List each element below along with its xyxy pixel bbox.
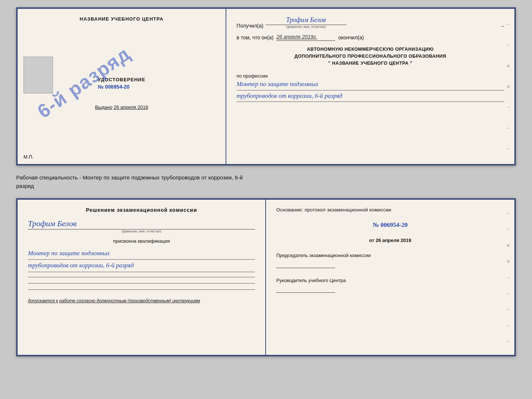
bottom-doc-card: Решением экзаменационной комиссии Трофим… [16,198,516,356]
org-line1: АВТОНОМНУЮ НЕКОММЕРЧЕСКУЮ ОРГАНИЗАЦИЮ [237,46,504,53]
bottom-fio-block: Трофим Белов (фамилия, имя, отчество) [28,217,255,233]
bottom-right-panel: Основание: протокол экзаменационной коми… [266,200,514,355]
dopuskaetsya-label: допускается к [28,298,58,303]
prisvoena-label: присвоена квалификация [28,238,255,244]
diploma-right-panel: Получил(а) Трофим Белов (фамилия, имя, о… [226,9,514,164]
osnovaniye-block: Основание: протокол экзаменационной коми… [276,207,504,213]
mp-block: М.П. [24,154,33,160]
predsedatel-title: Председатель экзаменационной комиссии [276,252,504,259]
diploma-org-title: НАЗВАНИЕ УЧЕБНОГО ЦЕНТРА [80,16,163,22]
vydano-block: Выдано 26 апреля 2019 [95,104,148,110]
poluchil-name: Трофим Белов [266,16,346,25]
diploma-card: НАЗВАНИЕ УЧЕБНОГО ЦЕНТРА 6-й разряд УДОС… [16,7,516,165]
right-side-marks-bottom: – – и а ← – – – – [507,200,511,355]
udostoverenie-num: № 006954-20 [98,84,145,90]
fio-label-diploma: (фамилия, имя, отчество) [286,25,326,29]
poluchil-name-block: Трофим Белов (фамилия, имя, отчество) [266,16,346,29]
between-text: Рабочая специальность - Монтер по защите… [16,171,516,192]
certificate-container: НАЗВАНИЕ УЧЕБНОГО ЦЕНТРА 6-й разряд УДОС… [16,7,516,356]
udostoverenie-title: УДОСТОВЕРЕНИЕ [98,77,145,82]
vtom-date: 26 апреля 2019г. [276,34,335,41]
diploma-left-panel: НАЗВАНИЕ УЧЕБНОГО ЦЕНТРА 6-й разряд УДОС… [18,9,226,164]
blank-line-3 [28,289,255,290]
qual-line2: трубопроводов от коррозии, 6-й разряд [28,260,255,272]
vtom-row: в том, что он(а) 26 апреля 2019г. окончи… [237,34,504,41]
vydano-label: Выдано [95,104,112,110]
org-line2: ДОПОЛНИТЕЛЬНОГО ПРОФЕССИОНАЛЬНОГО ОБРАЗО… [237,53,504,60]
profession-line2: трубопроводов от коррозии, 6-й разряд [237,90,504,102]
ot-label: от [369,238,374,243]
right-dashes-diploma: – – и а ← – – [507,9,511,164]
reshenie-title: Решением экзаменационной комиссии [28,207,255,213]
between-line2: разряд [16,182,516,190]
predsedatel-block: Председатель экзаменационной комиссии [276,252,504,268]
profession-line1: Монтер по защите подземных [237,79,504,90]
org-name: " НАЗВАНИЕ УЧЕБНОГО ЦЕНТРА " [237,60,504,67]
ot-date-block: от 26 апреля 2019 [276,238,504,243]
qual-line1: Монтер по защите подземных [28,247,255,260]
photo-placeholder [24,57,53,93]
poluchil-row: Получил(а) Трофим Белов (фамилия, имя, о… [237,16,504,29]
po-professii-label: по профессии Монтер по защите подземных … [237,72,504,102]
okonchil-label: окончил(а) [338,35,364,40]
bottom-fio-label: (фамилия, имя, отчество) [28,229,255,233]
dopuskaetsya-text: работе согласно должностным (производств… [59,298,200,303]
qualification-block: Монтер по защите подземных трубопроводов… [28,247,255,272]
bottom-left-panel: Решением экзаменационной комиссии Трофим… [18,200,266,355]
rukovoditel-signature-line [276,285,335,293]
dash-right-1: – [501,23,504,29]
bottom-fio-name: Трофим Белов [28,219,255,229]
predsedatel-signature-line [276,261,335,268]
dopuskaetsya-block: допускается к работе согласно должностны… [28,298,255,303]
vydano-date: 26 апреля 2019 [114,104,148,110]
between-line1: Рабочая специальность - Монтер по защите… [16,174,516,182]
org-block: АВТОНОМНУЮ НЕКОММЕРЧЕСКУЮ ОРГАНИЗАЦИЮ ДО… [237,46,504,67]
protocol-num: № 006954-20 [276,221,504,229]
udostoverenie-block: УДОСТОВЕРЕНИЕ № 006954-20 [98,77,145,90]
ot-date: 26 апреля 2019 [375,238,411,243]
vtom-label: в том, что он(а) [237,35,274,40]
rukovoditel-block: Руководитель учебного Центра [276,277,504,293]
blank-line-1 [28,277,255,277]
rukovoditel-title: Руководитель учебного Центра [276,277,504,284]
blank-line-2 [28,283,255,284]
poluchil-label: Получил(а) [237,23,263,29]
